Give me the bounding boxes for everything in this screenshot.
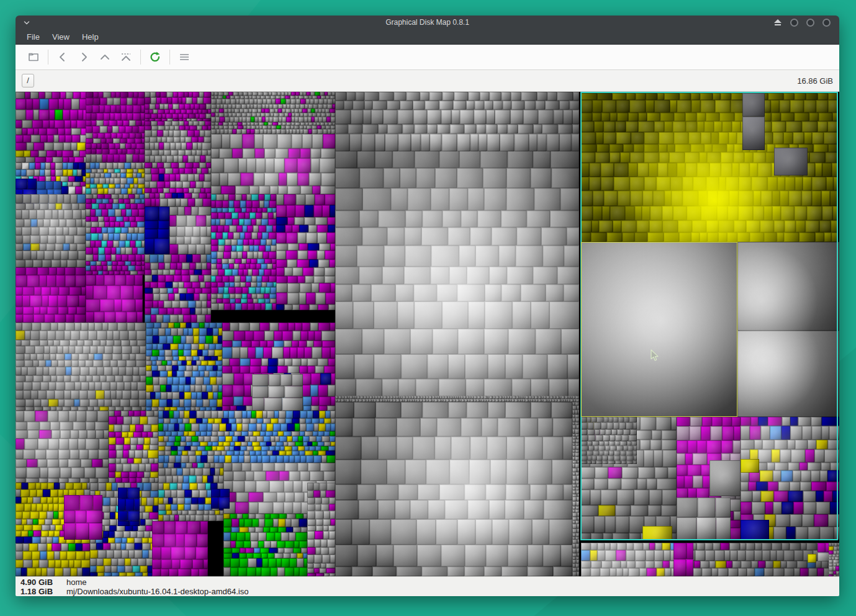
menu-view[interactable]: View xyxy=(46,30,76,44)
toolbar-separator xyxy=(169,50,170,65)
status-size: 4.90 GiB xyxy=(20,578,59,587)
go-forward-button[interactable] xyxy=(73,48,94,66)
treemap-canvas[interactable] xyxy=(16,92,839,576)
status-row: 4.90 GiB home xyxy=(20,578,834,587)
status-row: 1.18 GiB mj/Downloads/xubuntu-16.04.1-de… xyxy=(20,587,834,596)
statusbar: 4.90 GiB home 1.18 GiB mj/Downloads/xubu… xyxy=(16,576,839,596)
titlebar[interactable]: Graphical Disk Map 0.8.1 xyxy=(16,16,839,30)
window-title: Graphical Disk Map 0.8.1 xyxy=(16,16,839,30)
status-size: 1.18 GiB xyxy=(20,587,59,596)
pathbar: / 16.86 GiB xyxy=(16,70,839,92)
menu-file[interactable]: File xyxy=(20,30,46,44)
go-top-button[interactable] xyxy=(115,48,137,66)
status-path: mj/Downloads/xubuntu-16.04.1-desktop-amd… xyxy=(59,587,248,596)
minimize-button[interactable] xyxy=(790,19,798,27)
treemap-area[interactable] xyxy=(16,92,839,576)
toolbar-separator xyxy=(140,50,141,65)
gdmap-window: Graphical Disk Map 0.8.1 File View Help xyxy=(16,16,839,596)
menu-button[interactable] xyxy=(174,48,195,66)
maximize-button[interactable] xyxy=(806,19,814,27)
status-path: home xyxy=(59,578,87,587)
go-back-button[interactable] xyxy=(52,48,73,66)
total-size-label: 16.86 GiB xyxy=(797,76,833,86)
path-root-button[interactable]: / xyxy=(22,74,34,87)
menu-help[interactable]: Help xyxy=(76,30,105,44)
close-button[interactable] xyxy=(822,19,831,27)
toolbar xyxy=(16,45,839,70)
open-folder-button[interactable] xyxy=(23,48,44,66)
menubar: File View Help xyxy=(16,30,839,45)
shade-button[interactable] xyxy=(773,19,782,26)
reload-button[interactable] xyxy=(145,48,166,66)
go-up-button[interactable] xyxy=(94,48,115,66)
toolbar-separator xyxy=(48,50,48,65)
